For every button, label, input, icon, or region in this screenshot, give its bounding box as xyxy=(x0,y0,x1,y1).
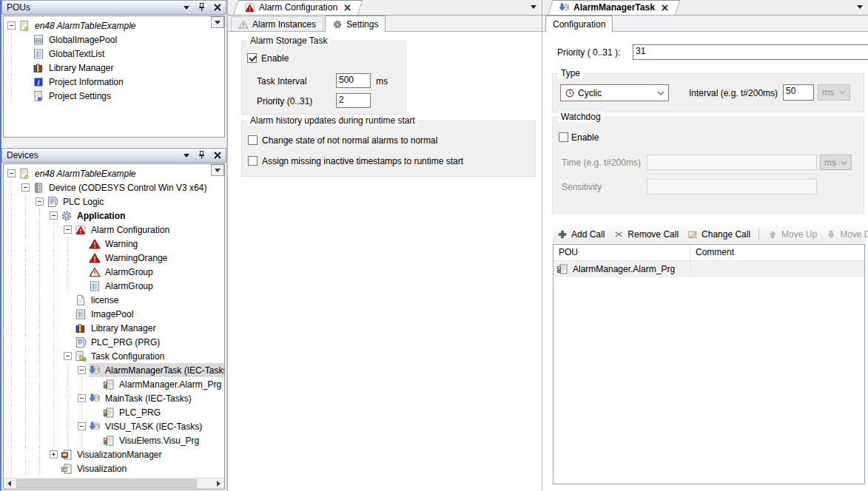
tree-item[interactable]: Project Settings xyxy=(4,89,224,103)
tree-dropdown-button[interactable] xyxy=(211,164,224,176)
tree-item[interactable]: PLC Logic xyxy=(4,194,224,209)
collapse-minus-icon[interactable] xyxy=(7,21,16,30)
collapse-minus-icon[interactable] xyxy=(7,169,16,177)
tree-item-label[interactable]: PLC_PRG xyxy=(118,407,162,419)
tree-item-label[interactable]: en48 AlarmTableExample xyxy=(33,168,138,180)
tree-item-content[interactable]: ImagePool xyxy=(75,307,137,321)
add-call-button[interactable]: Add Call xyxy=(553,228,609,241)
tree-item-label[interactable]: AlarmGroup xyxy=(104,280,155,292)
tree-item-label[interactable]: Device (CODESYS Control Win V3 x64) xyxy=(47,182,208,194)
tab-alarm-configuration[interactable]: Alarm Configuration xyxy=(238,0,357,15)
tree-item-label[interactable]: GlobalTextList xyxy=(47,48,106,60)
tree-item-label[interactable]: GlobalImagePool xyxy=(47,34,118,46)
tree-item-label[interactable]: PLC_PRG (PRG) xyxy=(90,336,161,348)
tree-item-content[interactable]: AlarmGroup xyxy=(89,265,157,279)
assign-timestamps-checkbox[interactable] xyxy=(248,156,258,166)
tree-item[interactable]: PLC_PRG xyxy=(4,405,224,419)
tree-item-label[interactable]: ImagePool xyxy=(90,308,135,320)
tab-list-dropdown-icon[interactable] xyxy=(857,5,863,9)
tab-close-icon[interactable] xyxy=(344,4,351,11)
tree-item-label[interactable]: AlarmManagerTask (IEC-Tasks) xyxy=(104,365,225,376)
tree-item-content[interactable]: Application xyxy=(61,209,129,223)
tree-item-content[interactable]: Library Manager xyxy=(33,61,117,75)
watchdog-enable-checkbox[interactable] xyxy=(559,132,568,142)
tree-item[interactable]: AlarmManager.Alarm_Prg xyxy=(4,377,224,391)
panel-menu-icon[interactable] xyxy=(184,154,189,158)
tree-item[interactable]: MainTask (IEC-Tasks) xyxy=(4,391,224,405)
tree-item-content[interactable]: PLC Logic xyxy=(47,194,107,209)
comment-cell[interactable] xyxy=(690,261,864,277)
tree-item-content[interactable]: Project Settings xyxy=(33,89,115,103)
tree-item-label[interactable]: Alarm Configuration xyxy=(90,224,171,236)
scrollbar-thumb[interactable] xyxy=(16,479,197,488)
horizontal-scrollbar[interactable] xyxy=(4,478,224,489)
tree-item[interactable]: ImagePool xyxy=(4,307,224,321)
tree-item-content[interactable]: GlobalTextList xyxy=(33,47,108,61)
pin-icon[interactable] xyxy=(198,151,206,160)
tree-item-content[interactable]: AlarmManager.Alarm_Prg xyxy=(103,377,225,391)
collapse-minus-icon[interactable] xyxy=(21,183,30,192)
tree-item-content[interactable]: GlobalImagePool xyxy=(33,33,121,47)
tree-item-label[interactable]: Project Settings xyxy=(47,90,112,102)
tree-item-content[interactable]: VisuElems.Visu_Prg xyxy=(103,433,203,447)
tree-item[interactable]: Warning xyxy=(4,237,224,251)
tree-item-content[interactable]: WarningOrange xyxy=(89,251,171,265)
tree-item[interactable]: VisualizationManager xyxy=(4,447,224,461)
interval-input[interactable]: 50 xyxy=(783,84,814,101)
tree-item[interactable]: AlarmManagerTask (IEC-Tasks) xyxy=(4,363,224,377)
collapse-minus-icon[interactable] xyxy=(50,211,58,220)
tree-item-content[interactable]: Task Configuration xyxy=(75,349,168,363)
tree-item-label[interactable]: VisualizationManager xyxy=(75,449,164,461)
enable-checkbox[interactable] xyxy=(247,53,257,63)
tree-item-content[interactable]: AlarmGroup xyxy=(89,279,157,293)
tree-item-content[interactable]: Device (CODESYS Control Win V3 x64) xyxy=(33,180,210,194)
column-header-comment[interactable]: Comment xyxy=(690,245,864,260)
tree-item-content[interactable]: license xyxy=(75,293,122,307)
change-state-checkbox[interactable] xyxy=(248,135,258,145)
collapse-minus-icon[interactable] xyxy=(78,366,86,374)
tree-item-label[interactable]: Task Configuration xyxy=(90,351,166,362)
tree-item[interactable]: Application xyxy=(4,209,224,223)
tree-item[interactable]: GlobalTextList xyxy=(4,47,224,61)
tree-item-label[interactable]: MainTask (IEC-Tasks) xyxy=(104,393,193,404)
tree-item-label[interactable]: Application xyxy=(75,210,127,222)
tree-item-label[interactable]: WarningOrange xyxy=(104,252,169,264)
collapse-minus-icon[interactable] xyxy=(36,197,44,206)
tree-item[interactable]: Device (CODESYS Control Win V3 x64) xyxy=(4,180,224,194)
subtab-configuration[interactable]: Configuration xyxy=(545,16,613,32)
expand-plus-icon[interactable] xyxy=(50,450,58,458)
pin-icon[interactable] xyxy=(198,3,206,12)
panel-menu-icon[interactable] xyxy=(184,6,189,10)
tree-item[interactable]: AlarmGroup xyxy=(4,279,224,293)
priority-input[interactable]: 2 xyxy=(336,93,371,108)
collapse-minus-icon[interactable] xyxy=(64,226,72,234)
tree-item-content[interactable]: VISU_TASK (IEC-Tasks) xyxy=(89,419,206,433)
pou-cell[interactable]: AlarmManager.Alarm_Prg xyxy=(554,261,690,277)
tree-item[interactable]: en48 AlarmTableExample xyxy=(4,166,224,180)
close-icon[interactable] xyxy=(214,4,221,11)
subtab-alarm-instances[interactable]: Alarm Instances xyxy=(231,16,323,31)
tree-item[interactable]: Alarm Configuration xyxy=(4,223,224,237)
tree-item[interactable]: Task Configuration xyxy=(4,349,224,363)
task-priority-input[interactable]: 31 xyxy=(633,44,868,60)
tree-item[interactable]: iProject Information xyxy=(4,75,224,89)
tree-item-label[interactable]: license xyxy=(90,294,120,306)
collapse-minus-icon[interactable] xyxy=(78,394,86,402)
scrollbar-track[interactable] xyxy=(15,478,213,490)
tree-item-content[interactable]: Library Manager xyxy=(75,321,159,335)
tab-alarm-manager-task[interactable]: AlarmManagerTask xyxy=(553,0,674,15)
tree-item[interactable]: VISU_TASK (IEC-Tasks) xyxy=(4,419,224,433)
tree-item-content[interactable]: Visualization xyxy=(61,461,130,475)
tree-item-label[interactable]: Library Manager xyxy=(47,62,115,74)
tree-item-label[interactable]: Warning xyxy=(104,238,139,250)
tree-item-content[interactable]: en48 AlarmTableExample xyxy=(18,18,140,33)
change-call-button[interactable]: Change Call xyxy=(683,228,755,241)
tree-item-content[interactable]: en48 AlarmTableExample xyxy=(18,166,140,180)
tree-item[interactable]: license xyxy=(4,293,224,307)
tree-item[interactable]: PLC_PRG (PRG) xyxy=(4,335,224,349)
tree-item-content[interactable]: VisualizationManager xyxy=(61,447,166,461)
tree-item-label[interactable]: VisuElems.Visu_Prg xyxy=(118,435,201,447)
tree-item-label[interactable]: VISU_TASK (IEC-Tasks) xyxy=(104,421,203,433)
tree-item-content[interactable]: PLC_PRG (PRG) xyxy=(75,335,164,349)
tree-item-label[interactable]: Library Manager xyxy=(90,322,157,334)
